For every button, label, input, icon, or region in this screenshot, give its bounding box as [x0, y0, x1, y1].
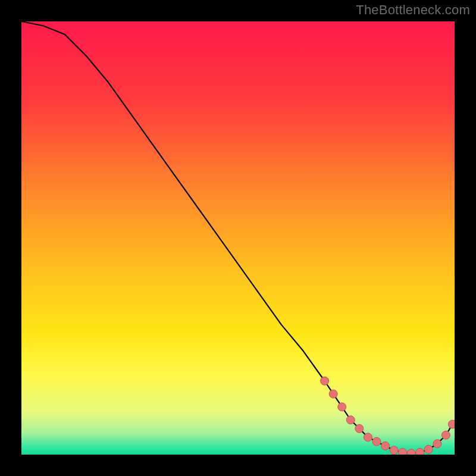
data-point-marker: [441, 431, 450, 439]
data-point-marker: [338, 403, 346, 411]
chart-frame: TheBottleneck.com: [0, 0, 476, 476]
data-point-marker: [399, 448, 407, 455]
data-point-marker: [364, 433, 372, 441]
data-point-marker: [416, 448, 424, 455]
bottleneck-chart: [21, 21, 455, 455]
data-point-marker: [448, 420, 455, 428]
data-point-marker: [329, 390, 337, 398]
data-point-marker: [372, 437, 381, 446]
watermark-text: TheBottleneck.com: [356, 2, 470, 18]
gradient-background: [21, 21, 455, 455]
data-point-marker: [424, 445, 433, 453]
data-point-marker: [355, 424, 364, 433]
data-point-marker: [433, 440, 441, 448]
data-point-marker: [346, 416, 355, 424]
data-point-marker: [321, 377, 329, 385]
data-point-marker: [381, 441, 390, 450]
data-point-marker: [390, 446, 398, 455]
data-point-marker: [407, 449, 415, 455]
